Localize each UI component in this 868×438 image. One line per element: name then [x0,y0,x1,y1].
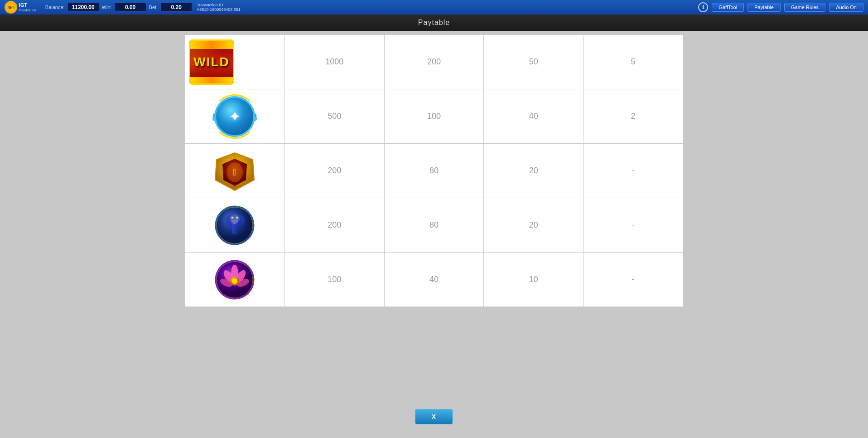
value-cell-lotus-1: 100 [285,253,384,307]
value-cell-cobra-1: 200 [285,198,384,253]
logo-text-area: IGT PlayDigital [19,2,36,12]
wild-symbol: WILD [189,39,234,85]
igt-logo-circle: IGT [5,1,17,14]
balance-label: Balance: [45,5,65,10]
value-cell-scarab-1: 200 [285,144,384,198]
symbol-cell-star [185,89,285,144]
close-btn-area: X [415,409,453,424]
value-cell-wild-4: 5 [583,35,683,89]
value-cell-star-3: 40 [484,89,583,144]
value-cell-cobra-2: 80 [384,198,484,253]
value-cell-lotus-2: 40 [384,253,484,307]
star-outer [212,94,257,139]
svg-point-14 [236,216,238,219]
wild-text: WILD [193,55,230,69]
scarab-svg: 𓆣 [214,151,255,191]
bet-label: Bet: [149,5,158,10]
symbol-cell-scarab: 𓆣 [185,144,285,198]
logo-main-text: IGT [8,5,14,10]
value-cell-scarab-3: 20 [484,144,583,198]
symbol-cell-lotus [185,253,285,307]
value-cell-lotus-4: - [583,253,683,307]
title-bar: Paytable [0,15,868,31]
lotus-svg [214,259,255,300]
value-cell-lotus-3: 10 [484,253,583,307]
value-cell-scarab-2: 80 [384,144,484,198]
close-button[interactable]: X [415,409,453,424]
table-row: WILD 1000 200 50 5 [185,35,683,89]
value-cell-star-4: 2 [583,89,683,144]
logo-sub-brand: PlayDigital [19,8,36,12]
logo-area: IGT IGT PlayDigital [5,1,36,14]
win-value: 0.00 [115,3,146,12]
value-cell-star-2: 100 [384,89,484,144]
value-cell-cobra-4: - [583,198,683,253]
paytable-wrapper: WILD 1000 200 50 5 [185,31,683,334]
paytable-title: Paytable [418,19,450,27]
bet-value: 0.20 [160,3,192,12]
wild-border-bottom [190,77,233,83]
svg-text:𓆣: 𓆣 [233,167,236,177]
transaction-area: Transaction ID A8810-1800049408I361 [197,3,241,12]
svg-point-26 [232,278,237,284]
game-rules-button[interactable]: Game Rules [784,3,825,12]
top-bar: IGT IGT PlayDigital Balance: 11200.00 Wi… [0,0,868,15]
wild-border-top [190,41,233,49]
transaction-id: A8810-1800049408I361 [197,7,241,12]
cobra-svg [214,205,255,246]
gafftool-button[interactable]: GaffTool [712,3,744,12]
top-bar-right: ℹ GaffTool Paytable Game Rules Audio On [698,2,863,12]
svg-point-13 [231,216,234,219]
info-button[interactable]: ℹ [698,2,708,12]
cobra-container [214,205,255,246]
balance-value: 11200.00 [68,3,99,12]
logo-brand: IGT [19,2,36,8]
paytable-button[interactable]: Paytable [747,3,781,12]
symbol-cell-wild: WILD [185,35,285,89]
hud-group: Balance: 11200.00 Win: 0.00 Bet: 0.20 [45,3,192,12]
star-symbol [214,96,255,137]
value-cell-star-1: 500 [285,89,384,144]
table-row: 500 100 40 2 [185,89,683,144]
value-cell-cobra-3: 20 [484,198,583,253]
table-row: 𓆣 [185,144,683,198]
table-row: 200 80 20 - [185,198,683,253]
symbol-cell-cobra [185,198,285,253]
lotus-container [214,259,255,300]
win-label: Win: [102,5,112,10]
value-cell-wild-3: 50 [484,35,583,89]
value-cell-wild-2: 200 [384,35,484,89]
transaction-label: Transaction ID [197,3,241,7]
audio-on-button[interactable]: Audio On [829,3,863,12]
paytable-table: WILD 1000 200 50 5 [185,34,683,307]
table-row: 100 40 10 - [185,253,683,307]
svg-point-17 [231,219,238,224]
main-content[interactable]: WILD 1000 200 50 5 [0,31,868,438]
scarab-container: 𓆣 [214,151,255,191]
value-cell-wild-1: 1000 [285,35,384,89]
value-cell-scarab-4: - [583,144,683,198]
